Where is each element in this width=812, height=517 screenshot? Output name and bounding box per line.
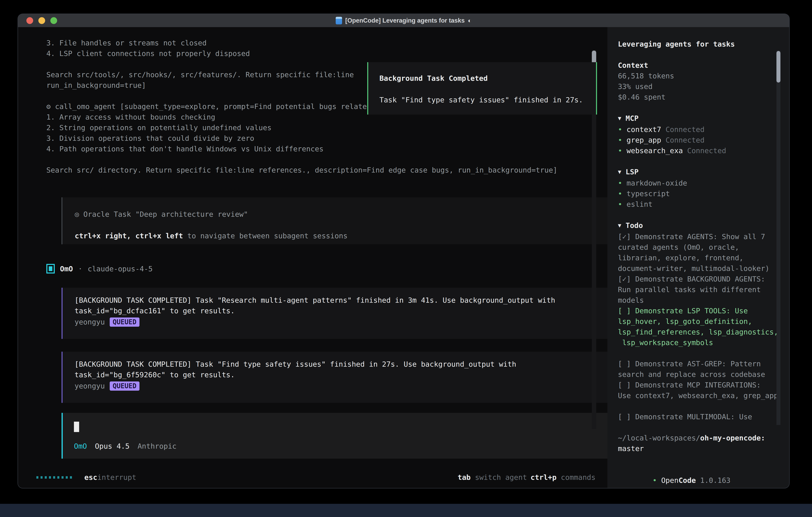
context-heading: Context (618, 60, 782, 71)
todo-item: [ ] Demonstrate LSP TOOLS: Use lsp_hover… (618, 305, 782, 348)
context-stat: 66,518 tokens (618, 71, 782, 81)
esc-key-label: interrupt (97, 472, 136, 483)
text-cursor (74, 421, 79, 432)
gear-icon: ⚙ (46, 102, 51, 111)
agent-square-icon (46, 264, 55, 273)
sidebar-scrollbar[interactable] (777, 51, 780, 425)
lsp-server-name: markdown-oxide (627, 179, 687, 187)
terminal-line: 2. String operations on potentially unde… (46, 123, 607, 133)
blank-line (46, 175, 607, 186)
todo-item: [ ] Demonstrate MCP INTEGRATIONS: Use co… (618, 380, 782, 401)
tab-key-hint: tab (458, 473, 471, 482)
esc-key-hint: esc (84, 472, 97, 483)
todo-item: [✓] Demonstrate AGENTS: Show all 7 curat… (618, 231, 782, 274)
close-window-button[interactable] (26, 17, 33, 24)
app-name-regular: Open (657, 476, 678, 484)
todo-checkbox: [ ] (618, 381, 635, 389)
app-version: 1.0.163 (696, 476, 730, 484)
mcp-server-item: • websearch_exa Connected (618, 145, 782, 156)
status-badge: QUEUED (110, 318, 140, 327)
terminal-line (46, 154, 607, 165)
todo-heading[interactable]: ▼ Todo (618, 220, 782, 231)
todo-checkbox: [✓] (618, 275, 635, 283)
context-stat: $0.46 spent (618, 92, 782, 102)
todo-text: Demonstrate MCP INTEGRATIONS: Use contex… (618, 381, 778, 400)
status-dot-icon: • (618, 200, 622, 208)
todo-item: [ ] Demonstrate AST-GREP: Pattern search… (618, 358, 782, 380)
input-model-name: Opus 4.5 (95, 441, 129, 452)
mcp-heading[interactable]: ▼ MCP (618, 113, 782, 124)
mcp-server-item: • grep_app Connected (618, 135, 782, 145)
workspace-branch: master (618, 443, 782, 454)
app-name-bold: Code (678, 476, 696, 484)
lsp-server-name: eslint (627, 200, 652, 208)
todo-text: Demonstrate MULTIMODAL: Use (635, 413, 752, 421)
agent-model: claude-opus-4-5 (88, 264, 153, 274)
status-dot-icon: • (618, 190, 622, 198)
chevron-down-icon: ▼ (618, 115, 621, 121)
context-section: Context 66,518 tokens33% used$0.46 spent (618, 60, 782, 102)
toast-notification[interactable]: Background Task Completed Task "Find typ… (367, 62, 597, 114)
context-stats: 66,518 tokens33% used$0.46 spent (618, 71, 782, 102)
maximize-window-button[interactable] (50, 17, 57, 24)
tool-call-detail-lines: 1. Array access without bounds checking2… (46, 112, 607, 165)
window-title: [OpenCode] Leveraging agents for tasks (345, 17, 465, 24)
status-dot-icon: • (652, 476, 657, 484)
todo-text: Demonstrate BACKGROUND AGENTS: Run paral… (618, 275, 765, 304)
status-dot-icon: • (618, 136, 622, 144)
terminal-line: 4. LSP client connections not properly d… (46, 48, 607, 59)
search-directive-line: Search src/ directory. Return specific f… (46, 165, 607, 175)
todo-checkbox: [ ] (618, 360, 635, 368)
todo-checkbox: [ ] (618, 413, 635, 421)
version-row: • OpenCode 1.0.163 (618, 464, 782, 488)
todo-text: Demonstrate LSP TOOLS: Use lsp_hover, ls… (618, 307, 778, 347)
tab-key-label: switch agent (471, 473, 527, 482)
toast-title: Background Task Completed (379, 73, 596, 84)
task-user: yeongyu (75, 317, 105, 327)
task-message-line1: [BACKGROUND TASK COMPLETED] Task "Resear… (75, 295, 607, 305)
spinner-dots (36, 476, 72, 479)
ctrlp-key-hint: ctrl+p (530, 473, 556, 482)
agent-name: OmO (60, 264, 73, 274)
todo-checkbox: [✓] (618, 233, 635, 241)
half-circle-progress-icon: ◐ (468, 17, 471, 24)
background-task-card: [BACKGROUND TASK COMPLETED] Task "Resear… (61, 288, 607, 339)
task-message-line2: task_id="bg_6f59260c" to get results. (75, 370, 607, 380)
mcp-server-status: Connected (661, 125, 704, 134)
context-stat: 33% used (618, 81, 782, 92)
lsp-section: ▼ LSP • markdown-oxide• typescript• esli… (618, 166, 782, 210)
sidebar-scrollbar-thumb[interactable] (777, 51, 780, 83)
todo-section: ▼ Todo [✓] Demonstrate AGENTS: Show all … (618, 220, 782, 422)
task-user: yeongyu (75, 381, 105, 391)
mcp-server-item: • context7 Connected (618, 124, 782, 135)
lsp-server-item: • markdown-oxide (618, 178, 782, 188)
mcp-server-name: context7 (627, 125, 661, 134)
todo-list: [✓] Demonstrate AGENTS: Show all 7 curat… (618, 231, 782, 422)
task-message-line2: task_id="bg_dcfac161" to get results. (75, 305, 607, 316)
todo-item: [✓] Demonstrate BACKGROUND AGENTS: Run p… (618, 274, 782, 305)
window-title-group: [OpenCode] Leveraging agents for tasks ◐ (336, 14, 471, 27)
oracle-icon: ◎ (75, 210, 79, 218)
input-model-row: OmO Opus 4.5 Anthropic (74, 441, 177, 452)
session-title: Leveraging agents for tasks (618, 39, 782, 49)
toast-body: Task "Find type safety issues" finished … (379, 94, 596, 105)
mcp-server-status: Connected (683, 146, 726, 155)
app-window: [OpenCode] Leveraging agents for tasks ◐… (18, 13, 790, 488)
lsp-server-list: • markdown-oxide• typescript• eslint (618, 178, 782, 210)
prompt-input[interactable]: OmO Opus 4.5 Anthropic (61, 413, 607, 459)
terminal-line: 3. Division operations that could divide… (46, 133, 607, 143)
workspace-repo: oh-my-opencode: (700, 434, 765, 442)
status-dot-icon: • (618, 179, 622, 187)
lsp-server-item: • typescript (618, 188, 782, 199)
agent-header: OmO · claude-opus-4-5 (46, 263, 607, 274)
workspace-path-prefix: ~/local-workspaces/ (618, 434, 700, 442)
chevron-down-icon: ▼ (618, 168, 621, 175)
minimize-window-button[interactable] (38, 17, 45, 24)
workspace-path: ~/local-workspaces/oh-my-opencode: maste… (618, 433, 782, 454)
lsp-heading[interactable]: ▼ LSP (618, 166, 782, 178)
mcp-server-name: grep_app (627, 136, 661, 144)
chevron-down-icon: ▼ (618, 222, 621, 229)
lsp-server-item: • eslint (618, 199, 782, 210)
status-bar: esc interrupt tab switch agent ctrl+p co… (18, 472, 607, 483)
todo-checkbox: [ ] (618, 307, 635, 315)
